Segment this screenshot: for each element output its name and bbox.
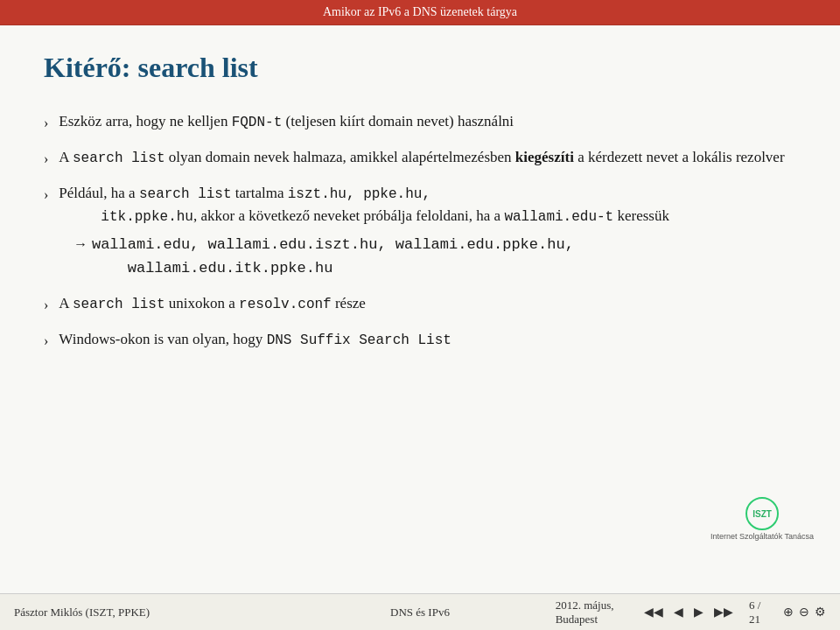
nav-prev-button[interactable]: ◀ [670, 603, 687, 621]
zoom-in-icon[interactable]: ⊕ [783, 605, 794, 620]
footer-left: Pásztor Miklós (ISZT, PPKE) [14, 606, 284, 620]
top-bar-title: Amikor az IPv6 a DNS üzenetek tárgya [323, 5, 517, 18]
bullet-text-2: A search list olyan domain nevek halmaza… [59, 146, 796, 169]
top-bar: Amikor az IPv6 a DNS üzenetek tárgya [0, 0, 840, 25]
sub-list: → wallami.edu, wallami.edu.iszt.hu, wall… [76, 233, 796, 280]
bullet-item-4: › A search list unixokon a resolv.conf r… [44, 292, 796, 316]
search-list-code-3: search list [73, 297, 165, 312]
zoom-out-icon[interactable]: ⊖ [799, 605, 809, 620]
example-domains-code: iszt.hu, ppke.hu, itk.ppke.hu [59, 186, 430, 225]
nav-next-button[interactable]: ▶ [690, 603, 707, 621]
kiegesziti-text: kiegészíti [515, 149, 574, 165]
footer-center: DNS és IPv6 [284, 606, 555, 620]
sub-item-text: wallami.edu, wallami.edu.iszt.hu, wallam… [92, 233, 574, 280]
chevron-icon-3: › [44, 185, 48, 206]
resolv-code: resolv.conf [239, 297, 332, 312]
page-current: 6 [749, 598, 755, 612]
nav-next-skip-button[interactable]: ▶▶ [710, 603, 737, 621]
nav-icons: ⊕ ⊖ ⚙ [783, 605, 826, 620]
bullet-list: › Eszköz arra, hogy ne kelljen FQDN-t (t… [44, 110, 796, 352]
nav-prev-skip-button[interactable]: ◀◀ [640, 603, 667, 621]
iszt-logo-text: ISZT [752, 509, 772, 519]
sub-item-1: → wallami.edu, wallami.edu.iszt.hu, wall… [76, 233, 796, 280]
chevron-icon-5: › [44, 331, 48, 352]
footer-topic: DNS és IPv6 [390, 606, 450, 619]
nav-controls: ◀◀ ◀ ▶ ▶▶ [640, 603, 737, 621]
bottom-bar: Pásztor Miklós (ISZT, PPKE) DNS és IPv6 … [0, 593, 840, 630]
bullet-text-3: Például, ha a search list tartalma iszt.… [59, 182, 796, 280]
dns-suffix-code: DNS Suffix Search List [267, 332, 452, 348]
slide-area: Kitérő: search list › Eszköz arra, hogy … [0, 25, 840, 593]
bullet-item-3: › Például, ha a search list tartalma isz… [44, 182, 796, 280]
chevron-icon-4: › [44, 295, 48, 316]
wallami-code: wallami.edu-t [504, 209, 613, 225]
bullet-text-4: A search list unixokon a resolv.conf rés… [59, 292, 796, 315]
bullet-text-5: Windows-okon is van olyan, hogy DNS Suff… [59, 328, 796, 351]
footer-author: Pásztor Miklós (ISZT, PPKE) [14, 606, 150, 619]
fqdn-code: FQDN-t [232, 115, 283, 130]
search-list-code-2: search list [139, 186, 232, 202]
arrow-icon: → [76, 234, 85, 257]
footer-date: 2012. május, Budapest [556, 598, 635, 626]
logo-area: ISZT Internet Szolgáltatók Tanácsa [710, 497, 814, 541]
slide-title: Kitérő: search list [44, 52, 796, 84]
page-separator: / [758, 598, 761, 612]
iszt-logo: ISZT [746, 497, 779, 530]
bullet-item-1: › Eszköz arra, hogy ne kelljen FQDN-t (t… [44, 110, 796, 134]
bullet-item-5: › Windows-okon is van olyan, hogy DNS Su… [44, 328, 796, 352]
page-total: 21 [749, 612, 760, 626]
chevron-icon-2: › [44, 149, 48, 170]
page-info: 6 / 21 [749, 598, 769, 626]
search-list-code-1: search list [73, 150, 165, 166]
iszt-logo-subtext: Internet Szolgáltatók Tanácsa [710, 532, 814, 541]
chevron-icon-1: › [44, 113, 48, 134]
bullet-text-1: Eszköz arra, hogy ne kelljen FQDN-t (tel… [59, 110, 796, 133]
settings-icon[interactable]: ⚙ [815, 605, 826, 620]
footer-right: 2012. május, Budapest ◀◀ ◀ ▶ ▶▶ 6 / 21 ⊕… [556, 598, 826, 626]
bullet-item-2: › A search list olyan domain nevek halma… [44, 146, 796, 170]
